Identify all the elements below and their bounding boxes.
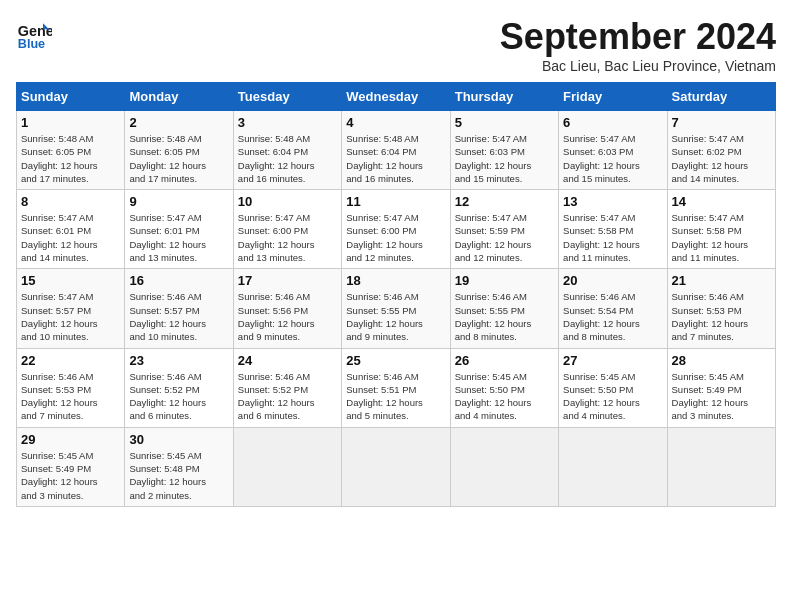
day-info: Sunrise: 5:46 AM Sunset: 5:53 PM Dayligh… xyxy=(21,370,120,423)
calendar-cell: 17Sunrise: 5:46 AM Sunset: 5:56 PM Dayli… xyxy=(233,269,341,348)
calendar-cell xyxy=(450,427,558,506)
day-number: 23 xyxy=(129,353,228,368)
calendar-cell: 5Sunrise: 5:47 AM Sunset: 6:03 PM Daylig… xyxy=(450,111,558,190)
day-info: Sunrise: 5:46 AM Sunset: 5:52 PM Dayligh… xyxy=(129,370,228,423)
calendar-cell: 22Sunrise: 5:46 AM Sunset: 5:53 PM Dayli… xyxy=(17,348,125,427)
day-number: 19 xyxy=(455,273,554,288)
calendar-table: SundayMondayTuesdayWednesdayThursdayFrid… xyxy=(16,82,776,507)
calendar-cell: 27Sunrise: 5:45 AM Sunset: 5:50 PM Dayli… xyxy=(559,348,667,427)
day-info: Sunrise: 5:47 AM Sunset: 6:00 PM Dayligh… xyxy=(238,211,337,264)
calendar-cell: 9Sunrise: 5:47 AM Sunset: 6:01 PM Daylig… xyxy=(125,190,233,269)
calendar-subtitle: Bac Lieu, Bac Lieu Province, Vietnam xyxy=(500,58,776,74)
day-number: 18 xyxy=(346,273,445,288)
column-header-sunday: Sunday xyxy=(17,83,125,111)
day-info: Sunrise: 5:47 AM Sunset: 5:57 PM Dayligh… xyxy=(21,290,120,343)
svg-text:General: General xyxy=(18,23,52,39)
calendar-cell: 23Sunrise: 5:46 AM Sunset: 5:52 PM Dayli… xyxy=(125,348,233,427)
day-number: 3 xyxy=(238,115,337,130)
calendar-title: September 2024 xyxy=(500,16,776,58)
day-info: Sunrise: 5:45 AM Sunset: 5:50 PM Dayligh… xyxy=(455,370,554,423)
day-info: Sunrise: 5:46 AM Sunset: 5:55 PM Dayligh… xyxy=(455,290,554,343)
calendar-cell: 21Sunrise: 5:46 AM Sunset: 5:53 PM Dayli… xyxy=(667,269,775,348)
day-number: 30 xyxy=(129,432,228,447)
day-number: 22 xyxy=(21,353,120,368)
calendar-cell: 13Sunrise: 5:47 AM Sunset: 5:58 PM Dayli… xyxy=(559,190,667,269)
calendar-week-1: 1Sunrise: 5:48 AM Sunset: 6:05 PM Daylig… xyxy=(17,111,776,190)
day-number: 25 xyxy=(346,353,445,368)
day-info: Sunrise: 5:45 AM Sunset: 5:50 PM Dayligh… xyxy=(563,370,662,423)
column-header-saturday: Saturday xyxy=(667,83,775,111)
calendar-cell: 24Sunrise: 5:46 AM Sunset: 5:52 PM Dayli… xyxy=(233,348,341,427)
day-number: 26 xyxy=(455,353,554,368)
day-number: 29 xyxy=(21,432,120,447)
calendar-cell: 26Sunrise: 5:45 AM Sunset: 5:50 PM Dayli… xyxy=(450,348,558,427)
title-area: September 2024 Bac Lieu, Bac Lieu Provin… xyxy=(500,16,776,74)
column-header-friday: Friday xyxy=(559,83,667,111)
calendar-cell: 12Sunrise: 5:47 AM Sunset: 5:59 PM Dayli… xyxy=(450,190,558,269)
day-number: 15 xyxy=(21,273,120,288)
column-header-tuesday: Tuesday xyxy=(233,83,341,111)
day-info: Sunrise: 5:46 AM Sunset: 5:52 PM Dayligh… xyxy=(238,370,337,423)
day-number: 6 xyxy=(563,115,662,130)
calendar-cell xyxy=(559,427,667,506)
day-number: 14 xyxy=(672,194,771,209)
day-info: Sunrise: 5:46 AM Sunset: 5:57 PM Dayligh… xyxy=(129,290,228,343)
day-number: 27 xyxy=(563,353,662,368)
day-info: Sunrise: 5:46 AM Sunset: 5:55 PM Dayligh… xyxy=(346,290,445,343)
day-info: Sunrise: 5:46 AM Sunset: 5:53 PM Dayligh… xyxy=(672,290,771,343)
day-info: Sunrise: 5:46 AM Sunset: 5:54 PM Dayligh… xyxy=(563,290,662,343)
calendar-cell: 2Sunrise: 5:48 AM Sunset: 6:05 PM Daylig… xyxy=(125,111,233,190)
calendar-cell: 19Sunrise: 5:46 AM Sunset: 5:55 PM Dayli… xyxy=(450,269,558,348)
calendar-cell: 28Sunrise: 5:45 AM Sunset: 5:49 PM Dayli… xyxy=(667,348,775,427)
day-number: 11 xyxy=(346,194,445,209)
calendar-cell: 6Sunrise: 5:47 AM Sunset: 6:03 PM Daylig… xyxy=(559,111,667,190)
day-info: Sunrise: 5:47 AM Sunset: 5:59 PM Dayligh… xyxy=(455,211,554,264)
calendar-cell: 11Sunrise: 5:47 AM Sunset: 6:00 PM Dayli… xyxy=(342,190,450,269)
day-info: Sunrise: 5:47 AM Sunset: 6:01 PM Dayligh… xyxy=(129,211,228,264)
day-number: 8 xyxy=(21,194,120,209)
column-header-wednesday: Wednesday xyxy=(342,83,450,111)
day-info: Sunrise: 5:46 AM Sunset: 5:51 PM Dayligh… xyxy=(346,370,445,423)
calendar-cell: 15Sunrise: 5:47 AM Sunset: 5:57 PM Dayli… xyxy=(17,269,125,348)
day-number: 9 xyxy=(129,194,228,209)
calendar-week-5: 29Sunrise: 5:45 AM Sunset: 5:49 PM Dayli… xyxy=(17,427,776,506)
day-number: 1 xyxy=(21,115,120,130)
logo: General Blue xyxy=(16,16,52,52)
day-number: 13 xyxy=(563,194,662,209)
day-number: 16 xyxy=(129,273,228,288)
day-number: 20 xyxy=(563,273,662,288)
day-info: Sunrise: 5:47 AM Sunset: 6:00 PM Dayligh… xyxy=(346,211,445,264)
day-number: 7 xyxy=(672,115,771,130)
day-number: 21 xyxy=(672,273,771,288)
calendar-cell: 16Sunrise: 5:46 AM Sunset: 5:57 PM Dayli… xyxy=(125,269,233,348)
day-info: Sunrise: 5:48 AM Sunset: 6:04 PM Dayligh… xyxy=(238,132,337,185)
day-info: Sunrise: 5:48 AM Sunset: 6:05 PM Dayligh… xyxy=(21,132,120,185)
day-info: Sunrise: 5:48 AM Sunset: 6:05 PM Dayligh… xyxy=(129,132,228,185)
calendar-cell: 3Sunrise: 5:48 AM Sunset: 6:04 PM Daylig… xyxy=(233,111,341,190)
day-info: Sunrise: 5:47 AM Sunset: 6:03 PM Dayligh… xyxy=(563,132,662,185)
calendar-cell: 25Sunrise: 5:46 AM Sunset: 5:51 PM Dayli… xyxy=(342,348,450,427)
calendar-cell: 18Sunrise: 5:46 AM Sunset: 5:55 PM Dayli… xyxy=(342,269,450,348)
calendar-week-3: 15Sunrise: 5:47 AM Sunset: 5:57 PM Dayli… xyxy=(17,269,776,348)
day-info: Sunrise: 5:47 AM Sunset: 6:03 PM Dayligh… xyxy=(455,132,554,185)
day-info: Sunrise: 5:47 AM Sunset: 5:58 PM Dayligh… xyxy=(672,211,771,264)
column-header-thursday: Thursday xyxy=(450,83,558,111)
calendar-cell: 14Sunrise: 5:47 AM Sunset: 5:58 PM Dayli… xyxy=(667,190,775,269)
day-info: Sunrise: 5:47 AM Sunset: 6:02 PM Dayligh… xyxy=(672,132,771,185)
day-info: Sunrise: 5:47 AM Sunset: 5:58 PM Dayligh… xyxy=(563,211,662,264)
calendar-cell: 10Sunrise: 5:47 AM Sunset: 6:00 PM Dayli… xyxy=(233,190,341,269)
logo-icon: General Blue xyxy=(16,16,52,52)
column-header-monday: Monday xyxy=(125,83,233,111)
day-number: 24 xyxy=(238,353,337,368)
day-info: Sunrise: 5:47 AM Sunset: 6:01 PM Dayligh… xyxy=(21,211,120,264)
day-number: 12 xyxy=(455,194,554,209)
calendar-cell xyxy=(233,427,341,506)
calendar-cell: 1Sunrise: 5:48 AM Sunset: 6:05 PM Daylig… xyxy=(17,111,125,190)
day-number: 28 xyxy=(672,353,771,368)
day-info: Sunrise: 5:48 AM Sunset: 6:04 PM Dayligh… xyxy=(346,132,445,185)
calendar-week-4: 22Sunrise: 5:46 AM Sunset: 5:53 PM Dayli… xyxy=(17,348,776,427)
day-number: 10 xyxy=(238,194,337,209)
day-info: Sunrise: 5:45 AM Sunset: 5:49 PM Dayligh… xyxy=(672,370,771,423)
day-info: Sunrise: 5:46 AM Sunset: 5:56 PM Dayligh… xyxy=(238,290,337,343)
calendar-cell xyxy=(342,427,450,506)
